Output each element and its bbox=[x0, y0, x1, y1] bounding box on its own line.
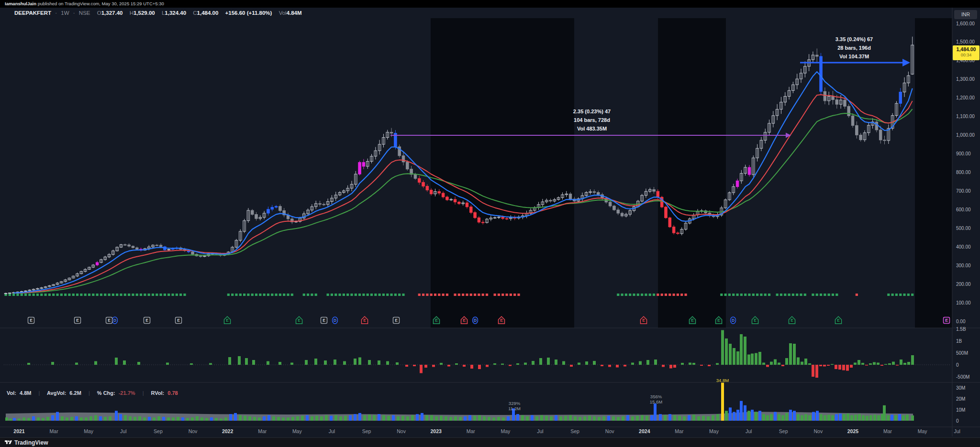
svg-text:E: E bbox=[363, 318, 366, 323]
svg-text:100.00: 100.00 bbox=[956, 300, 971, 305]
svg-text:500.00: 500.00 bbox=[956, 226, 971, 231]
svg-text:20M: 20M bbox=[956, 396, 965, 402]
svg-text:1,300.00: 1,300.00 bbox=[956, 76, 975, 82]
svg-text:E: E bbox=[108, 318, 111, 323]
svg-text:May: May bbox=[292, 428, 302, 434]
spike-percent: 329% bbox=[499, 401, 530, 406]
svg-text:300.00: 300.00 bbox=[956, 263, 971, 268]
svg-text:10M: 10M bbox=[956, 407, 965, 413]
svg-text:900.00: 900.00 bbox=[956, 151, 971, 156]
volume-indicator-row: Vol:4.8M | AvgVol:6.2M | % Chg:-21.7% | … bbox=[7, 390, 178, 396]
highlight-bands bbox=[431, 18, 952, 328]
svg-text:400.00: 400.00 bbox=[956, 244, 971, 250]
vol-value: 4.8M bbox=[20, 390, 31, 396]
svg-text:E: E bbox=[691, 318, 694, 323]
svg-text:0.00: 0.00 bbox=[956, 319, 966, 324]
tradingview-brand-text[interactable]: TradingView bbox=[14, 439, 48, 446]
svg-text:E: E bbox=[463, 318, 466, 323]
separator-dot: · bbox=[73, 10, 75, 16]
open-label: O bbox=[97, 10, 101, 16]
svg-text:E: E bbox=[395, 318, 398, 323]
svg-text:200.00: 200.00 bbox=[956, 282, 971, 287]
trend-dash-row bbox=[4, 294, 913, 296]
measure-annotation-blue[interactable]: 3.35 (0.24%) 67 28 bars, 196d Vol 104.37… bbox=[811, 35, 897, 61]
chart-canvas[interactable]: EEDEEEEEEDEEEEDEEEEDEEEE1,600.001,500.00… bbox=[0, 0, 980, 447]
svg-text:Mar: Mar bbox=[883, 428, 892, 434]
svg-text:D: D bbox=[334, 318, 336, 323]
high-label: H bbox=[130, 10, 134, 16]
separator-pipe: | bbox=[39, 390, 40, 396]
price-axis[interactable]: 1,600.001,500.001,400.001,300.001,200.00… bbox=[956, 21, 975, 424]
measure-annotation-purple[interactable]: 2.35 (0.23%) 47 104 bars, 728d Vol 483.3… bbox=[549, 107, 635, 133]
svg-text:2025: 2025 bbox=[847, 428, 859, 434]
attribution-bar: IamanshulJain published on TradingView.c… bbox=[0, 0, 980, 8]
volume-spike-label-highlighted: 34.8M bbox=[706, 378, 739, 383]
currency-toggle-button[interactable]: INR bbox=[954, 10, 977, 19]
svg-text:2021: 2021 bbox=[13, 428, 25, 434]
change-value: +156.60 (+11.80%) bbox=[225, 10, 272, 16]
separator-pipe: | bbox=[143, 390, 144, 396]
time-axis[interactable]: 2021MarMayJulSepNov2022MarMayJulSepNov20… bbox=[13, 428, 960, 434]
svg-text:800.00: 800.00 bbox=[956, 170, 971, 175]
svg-text:E: E bbox=[76, 318, 79, 323]
svg-text:700.00: 700.00 bbox=[956, 188, 971, 194]
svg-text:1,100.00: 1,100.00 bbox=[956, 114, 975, 119]
svg-text:2022: 2022 bbox=[222, 428, 234, 434]
svg-text:Nov: Nov bbox=[813, 428, 823, 434]
volume-panel[interactable] bbox=[5, 382, 914, 421]
svg-text:E: E bbox=[945, 318, 948, 323]
svg-text:E: E bbox=[177, 318, 180, 323]
svg-text:600.00: 600.00 bbox=[956, 207, 971, 212]
svg-text:E: E bbox=[791, 318, 793, 323]
low-value: 1,324.40 bbox=[165, 10, 186, 16]
svg-text:Jul: Jul bbox=[746, 428, 752, 434]
footer-bar: TradingView bbox=[0, 437, 980, 447]
svg-text:E: E bbox=[837, 318, 840, 323]
svg-text:2023: 2023 bbox=[431, 428, 442, 434]
svg-text:D: D bbox=[732, 318, 735, 323]
svg-text:E: E bbox=[298, 318, 301, 323]
svg-text:Sep: Sep bbox=[154, 428, 163, 434]
svg-text:May: May bbox=[918, 428, 928, 434]
svg-text:D: D bbox=[113, 318, 116, 323]
svg-text:30M: 30M bbox=[956, 385, 965, 391]
attribution-text: published on TradingView.com, May 30, 20… bbox=[36, 1, 164, 6]
svg-text:Nov: Nov bbox=[189, 428, 198, 434]
avgvol-value: 6.2M bbox=[69, 390, 81, 396]
avgvol-label: AvgVol: bbox=[47, 390, 66, 396]
svg-text:E: E bbox=[226, 318, 229, 323]
svg-text:E: E bbox=[30, 318, 33, 323]
last-price-tag: 1,484.00 00:34 bbox=[953, 45, 980, 60]
svg-text:1,500.00: 1,500.00 bbox=[956, 39, 975, 44]
svg-text:Jul: Jul bbox=[537, 428, 543, 434]
svg-text:E: E bbox=[500, 318, 503, 323]
exchange-label: NSE bbox=[79, 10, 90, 16]
measure-price-change: 3.35 (0.24%) 67 bbox=[811, 35, 897, 44]
pctchg-label: % Chg: bbox=[97, 390, 115, 396]
svg-text:Sep: Sep bbox=[362, 428, 371, 434]
volume-spike-label: 329% 11.2M bbox=[499, 401, 530, 411]
svg-text:1,000.00: 1,000.00 bbox=[956, 132, 975, 138]
volume-label: Vol bbox=[279, 10, 287, 16]
svg-text:0: 0 bbox=[956, 418, 959, 424]
volume-spike-label: 356% 15.6M bbox=[641, 394, 671, 404]
last-price-value: 1,484.00 bbox=[953, 46, 980, 53]
bar-countdown: 00:34 bbox=[953, 53, 980, 58]
tradingview-logo-icon[interactable] bbox=[5, 439, 12, 446]
interval-label[interactable]: 1W bbox=[61, 10, 69, 16]
close-label: C bbox=[193, 10, 197, 16]
svg-text:2024: 2024 bbox=[639, 428, 650, 434]
volume-delta-panel[interactable] bbox=[4, 330, 951, 378]
rvol-label: RVol: bbox=[151, 390, 165, 396]
svg-text:Nov: Nov bbox=[605, 428, 614, 434]
svg-text:E: E bbox=[435, 318, 438, 323]
svg-text:Mar: Mar bbox=[50, 428, 59, 434]
svg-text:1,600.00: 1,600.00 bbox=[956, 21, 975, 26]
symbol-title[interactable]: DEEPAKFERT bbox=[14, 10, 51, 16]
open-value: 1,327.40 bbox=[101, 10, 123, 16]
tradingview-snapshot: { "page": { "attribution_user": "Iamansh… bbox=[0, 0, 980, 447]
svg-text:E: E bbox=[717, 318, 720, 323]
svg-text:Nov: Nov bbox=[397, 428, 406, 434]
svg-text:May: May bbox=[84, 428, 94, 434]
svg-text:0: 0 bbox=[956, 362, 959, 368]
